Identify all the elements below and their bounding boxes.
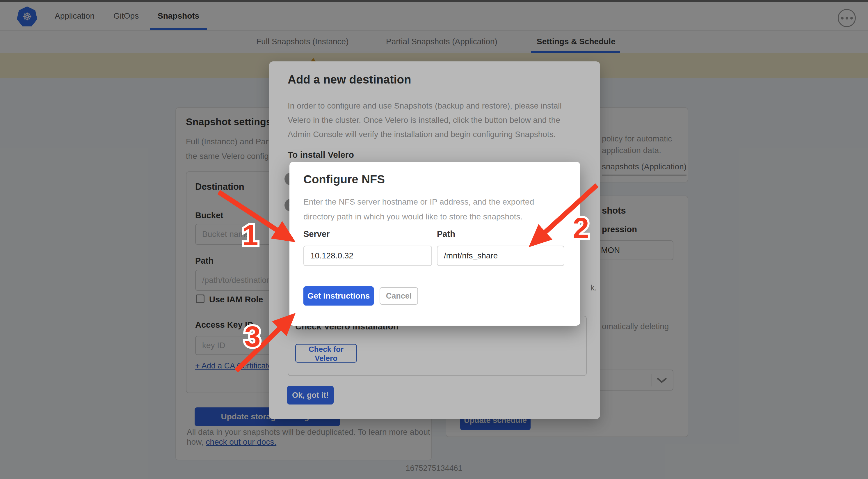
nfs-server-input[interactable] bbox=[303, 246, 432, 266]
screen: ☸ Application GitOps Snapshots Full Snap… bbox=[0, 0, 868, 479]
cancel-button[interactable]: Cancel bbox=[380, 287, 418, 305]
server-label: Server bbox=[303, 229, 330, 239]
nfs-path-label: Path bbox=[437, 229, 455, 239]
configure-nfs-title: Configure NFS bbox=[303, 173, 385, 186]
configure-nfs-modal: Configure NFS Enter the NFS server hostn… bbox=[289, 162, 580, 326]
window-edge bbox=[0, 0, 868, 2]
configure-nfs-description: Enter the NFS server hostname or IP addr… bbox=[303, 194, 534, 224]
get-instructions-button[interactable]: Get instructions bbox=[303, 286, 374, 305]
nfs-path-input[interactable] bbox=[437, 246, 564, 266]
